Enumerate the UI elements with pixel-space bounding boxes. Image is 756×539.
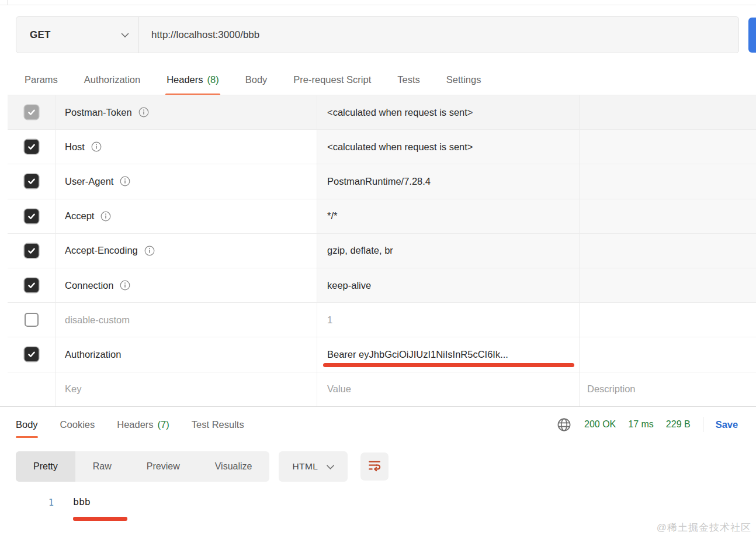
header-row: Accept-Encodinggzip, deflate, br	[8, 234, 756, 268]
checkbox-cell	[8, 372, 56, 406]
header-checkbox[interactable]	[25, 105, 39, 119]
header-description-cell[interactable]	[580, 130, 756, 164]
tab-label: Pre-request Script	[293, 74, 371, 85]
info-icon	[120, 280, 130, 291]
tab-edge-divider	[8, 0, 8, 5]
url-text: http://localhost:3000/bbb	[151, 29, 259, 41]
response-view-bar: PrettyRawPreviewVisualize HTML	[16, 451, 389, 482]
info-icon	[138, 107, 149, 118]
info-icon	[144, 246, 155, 256]
value-input-cell[interactable]: Value	[317, 372, 580, 406]
header-checkbox[interactable]	[25, 140, 39, 154]
header-row: Accept*/*	[8, 199, 756, 234]
header-description-cell[interactable]	[580, 337, 756, 371]
line-number: 1	[41, 497, 54, 508]
header-value-label: PostmanRuntime/7.28.4	[327, 176, 431, 187]
globe-icon[interactable]	[556, 417, 572, 433]
key-placeholder: Key	[65, 383, 81, 395]
header-value-cell[interactable]: PostmanRuntime/7.28.4	[317, 164, 580, 198]
header-value-cell[interactable]: <calculated when request is sent>	[317, 95, 580, 129]
header-key-cell[interactable]: Connection	[56, 268, 317, 302]
description-input-cell[interactable]: Description	[580, 372, 756, 406]
header-key-label: User-Agent	[65, 176, 113, 187]
header-description-cell[interactable]	[580, 234, 756, 268]
header-checkbox[interactable]	[25, 278, 39, 292]
header-key-label: Host	[65, 141, 85, 153]
header-key-cell[interactable]: disable-custom	[56, 303, 317, 337]
header-checkbox[interactable]	[25, 313, 39, 327]
checkbox-cell	[8, 234, 56, 268]
header-key-cell[interactable]: User-Agent	[56, 164, 317, 198]
header-value-cell[interactable]: gzip, deflate, br	[317, 234, 580, 268]
method-dropdown[interactable]: GET	[16, 17, 139, 53]
response-tab-body[interactable]: Body	[16, 407, 38, 442]
send-button[interactable]	[748, 18, 756, 53]
header-description-cell[interactable]	[580, 268, 756, 302]
header-value-cell[interactable]: */*	[317, 199, 580, 233]
info-icon	[91, 141, 102, 152]
description-placeholder: Description	[587, 383, 636, 395]
header-checkbox[interactable]	[25, 209, 39, 223]
save-response-button[interactable]: Save	[716, 419, 738, 430]
meta-divider	[703, 417, 703, 432]
tab-tests[interactable]: Tests	[397, 65, 420, 94]
header-value-label: <calculated when request is sent>	[327, 107, 473, 118]
response-toolbar: BodyCookiesHeaders(7)Test Results 200 OK…	[0, 407, 756, 442]
header-description-cell[interactable]	[580, 164, 756, 198]
header-checkbox[interactable]	[25, 244, 39, 258]
watermark: @稀土掘金技术社区	[657, 521, 751, 534]
header-key-label: disable-custom	[65, 315, 130, 326]
method-label: GET	[30, 29, 51, 41]
wrap-text-button[interactable]	[360, 452, 389, 481]
view-tab-preview[interactable]: Preview	[129, 451, 197, 482]
checkbox-cell	[8, 303, 56, 337]
tab-body[interactable]: Body	[245, 65, 268, 94]
response-time: 17 ms	[628, 419, 654, 430]
header-value-cell[interactable]: 1	[317, 303, 580, 337]
view-tab-visualize[interactable]: Visualize	[197, 451, 270, 482]
header-description-cell[interactable]	[580, 303, 756, 337]
checkbox-cell	[8, 337, 56, 371]
response-tab-test-results[interactable]: Test Results	[192, 407, 244, 442]
view-tab-raw[interactable]: Raw	[75, 451, 129, 482]
checkbox-cell	[8, 268, 56, 302]
tab-headers[interactable]: Headers(8)	[167, 65, 219, 94]
tab-settings[interactable]: Settings	[446, 65, 481, 94]
view-tab-pretty[interactable]: Pretty	[16, 451, 75, 482]
header-value-cell[interactable]: keep-alive	[317, 268, 580, 302]
tab-authorization[interactable]: Authorization	[84, 65, 140, 94]
checkbox-cell	[8, 164, 56, 198]
header-key-label: Connection	[65, 280, 113, 291]
response-tab-headers[interactable]: Headers(7)	[117, 407, 169, 442]
header-key-cell[interactable]: Postman-Token	[56, 95, 317, 129]
info-icon	[100, 211, 111, 222]
header-description-cell[interactable]	[580, 95, 756, 129]
header-description-cell[interactable]	[580, 199, 756, 233]
header-key-cell[interactable]: Accept	[56, 199, 317, 233]
request-tabs: ParamsAuthorizationHeaders(8)BodyPre-req…	[25, 65, 481, 94]
annotation-underline	[323, 363, 574, 367]
tab-label: Cookies	[60, 419, 95, 430]
header-key-cell[interactable]: Host	[56, 130, 317, 164]
header-checkbox[interactable]	[25, 174, 39, 188]
header-checkbox[interactable]	[25, 347, 39, 361]
response-tab-cookies[interactable]: Cookies	[60, 407, 95, 442]
language-dropdown[interactable]: HTML	[279, 451, 348, 482]
header-key-cell[interactable]: Authorization	[56, 337, 317, 371]
header-row: User-AgentPostmanRuntime/7.28.4	[8, 164, 756, 199]
tab-label: Settings	[446, 74, 481, 85]
key-input-cell[interactable]: Key	[56, 372, 317, 406]
tab-label: Headers	[167, 74, 203, 85]
tab-pre-request-script[interactable]: Pre-request Script	[293, 65, 371, 94]
header-value-label: <calculated when request is sent>	[327, 141, 473, 153]
status-code: 200 OK	[584, 419, 616, 430]
header-value-cell[interactable]: <calculated when request is sent>	[317, 130, 580, 164]
header-value-cell[interactable]: Bearer eyJhbGciOiJIUzI1NiIsInR5cCI6Ik...	[317, 337, 580, 371]
tab-label: Body	[16, 419, 38, 430]
url-input[interactable]: http://localhost:3000/bbb	[139, 17, 738, 53]
tab-params[interactable]: Params	[25, 65, 58, 94]
workspace-tab-strip	[0, 0, 756, 5]
header-key-label: Postman-Token	[65, 107, 132, 118]
header-value-label: Bearer eyJhbGciOiJIUzI1NiIsInR5cCI6Ik...	[327, 349, 508, 360]
header-key-cell[interactable]: Accept-Encoding	[56, 234, 317, 268]
